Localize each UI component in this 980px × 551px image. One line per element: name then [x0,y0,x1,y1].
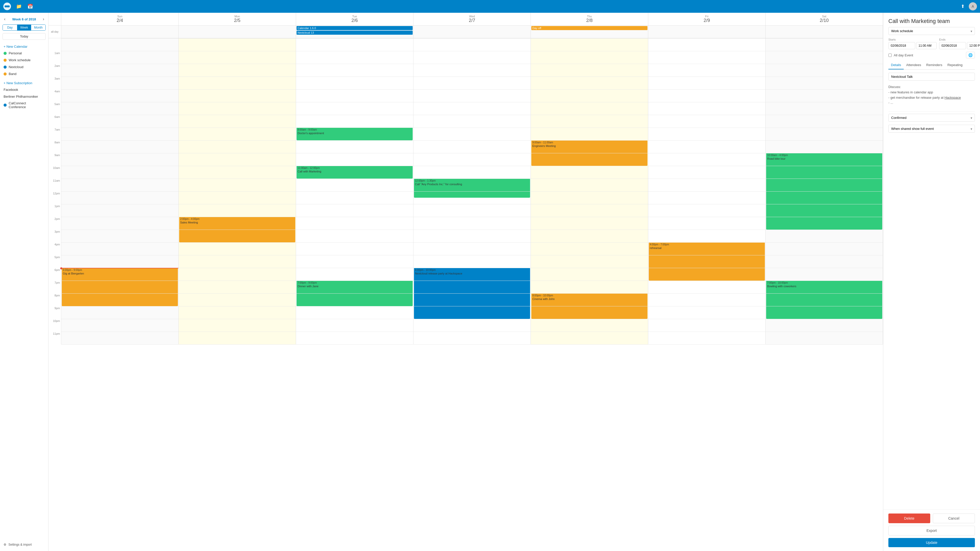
user-avatar[interactable]: A [969,2,977,11]
hour-line [414,255,531,256]
calendar-nav-icon[interactable]: 📅 [27,3,34,10]
nextcloud-share-icon[interactable]: ↑ [38,65,40,69]
export-button[interactable]: Export [888,526,975,535]
band-more-icon[interactable]: ··· [41,72,45,76]
personal-more-icon[interactable]: ··· [41,51,45,56]
work-dot [3,59,6,62]
time-label-3am: 3am [48,76,61,89]
hour-line [61,76,178,77]
settings-label: Settings & import [8,543,32,546]
berliner-more-icon[interactable]: ··· [41,94,45,99]
tab-reminders[interactable]: Reminders [924,61,945,69]
new-calendar-button[interactable]: + New Calendar [0,43,48,50]
hour-line [61,140,178,141]
personal-dot [3,52,6,55]
personal-label: Personal [9,51,33,55]
event-rehearsal[interactable]: 4:00pm - 7:00pm rehearsal [649,242,765,281]
week-view-button[interactable]: Week [17,25,32,30]
sidebar-item-band[interactable]: Band ↑ ··· [0,70,48,77]
header-day-thu-num: 2/8 [532,18,647,23]
start-date-input[interactable] [888,42,915,49]
facebook-more-icon[interactable]: ··· [41,87,45,92]
sidebar-item-nextcloud[interactable]: Nextcloud ↑ ··· [0,64,48,70]
band-share-icon[interactable]: ↑ [38,72,40,76]
week-label[interactable]: Week 6 of 2018 [12,17,36,21]
hour-line [765,102,883,102]
time-label-6am: 6am [48,115,61,127]
hour-line [765,191,883,192]
calconnect-more-icon[interactable]: ··· [41,103,45,107]
month-view-button[interactable]: Month [31,25,45,30]
day-col-tue: 8:00am - 9:00am Doctor's appointment 11:… [296,38,414,345]
new-subscription-button[interactable]: + New Subscription [0,80,48,86]
hour-line [179,293,296,294]
sidebar-item-berliner[interactable]: Berliner Philharmoniker ··· [0,93,48,100]
visibility-select[interactable]: When shared show full event When shared … [888,125,975,133]
time-label-4am: 4am [48,89,61,102]
allday-event-calendar160[interactable]: Calendar 1.6.0 [297,26,413,30]
hour-line [296,293,413,294]
cancel-button[interactable]: Cancel [933,513,975,523]
description-title-input[interactable] [888,73,975,81]
today-button[interactable]: Today [3,33,46,40]
tab-attendees[interactable]: Attendees [904,61,924,69]
work-share-icon[interactable]: ↑ [38,58,40,62]
hour-line [296,166,413,166]
delete-button[interactable]: Delete [888,513,930,523]
event-doctors-appointment[interactable]: 8:00am - 9:00am Doctor's appointment [297,127,413,140]
settings-gear-icon: ⚙ [3,543,6,546]
work-more-icon[interactable]: ··· [41,58,45,62]
nextcloud-more-icon[interactable]: ··· [41,65,45,69]
event-bowling[interactable]: 7:00pm - 10:00pm Bowling with coworkers [766,281,882,319]
globe-button[interactable]: 🌐 [966,52,975,59]
update-button[interactable]: Update [888,538,975,547]
hour-line [765,115,883,115]
sidebar-item-facebook[interactable]: Facebook ··· [0,86,48,93]
hour-line [414,281,531,281]
current-time-dot [60,267,62,269]
header-day-sun-num: 2/4 [62,18,177,23]
hour-line [179,76,296,77]
event-call-marketing[interactable]: 11:00am - 12:00pm Call with Marketing [297,166,413,179]
end-time-input[interactable] [967,42,980,49]
hour-line [414,166,531,166]
hour-line [296,153,413,153]
nextcloud-logo[interactable] [3,2,11,11]
next-week-button[interactable]: › [41,16,46,22]
hour-line [296,332,413,332]
sidebar-item-work-schedule[interactable]: Work schedule ↑ ··· [0,57,48,64]
day-col-sun-inner: 6:00pm - 9:00pm Gig at Biergarten [61,38,178,345]
status-select[interactable]: Confirmed Tentative Cancelled [888,114,975,122]
hour-line [648,281,765,281]
hour-line [765,51,883,51]
tab-details[interactable]: Details [888,61,904,69]
event-gig-biergarten[interactable]: 6:00pm - 9:00pm Gig at Biergarten [62,268,178,306]
hour-line [179,306,296,306]
end-date-input[interactable] [939,42,966,49]
start-date-row [888,42,937,49]
event-any-products-time: 12:00pm - 1:30pm [415,179,529,183]
personal-link-icon[interactable]: 🔗 [35,51,40,56]
sidebar-item-personal[interactable]: Personal 🔗 ··· [0,50,48,57]
calendar-select[interactable]: Work schedule Personal Nextcloud Band [888,27,975,35]
upload-icon[interactable]: ⬆ [959,3,966,10]
day-col-fri-inner: 4:00pm - 7:00pm rehearsal [648,38,765,345]
sidebar-item-calconnect[interactable]: CalConnect Conference ··· [0,100,48,110]
hour-line [179,255,296,256]
allday-checkbox[interactable] [888,54,892,57]
hour-line [648,115,765,115]
settings-footer[interactable]: ⚙ Settings & import [0,541,48,548]
hour-line [531,242,648,243]
files-nav-icon[interactable]: 📁 [15,3,22,10]
band-dot [3,73,6,76]
hour-line [61,127,178,128]
tab-repeating[interactable]: Repeating [945,61,965,69]
event-any-products[interactable]: 12:00pm - 1:30pm Call "Any Products Inc.… [414,179,530,198]
event-cinema-time: 8:00pm - 10:00pm [532,294,646,297]
allday-event-dayoff[interactable]: Day off [531,26,648,30]
start-time-input[interactable] [916,42,937,49]
day-view-button[interactable]: Day [3,25,17,30]
panel-divider-1 [888,111,975,112]
prev-week-button[interactable]: ‹ [3,16,7,22]
allday-event-nextcloud13[interactable]: Nextcloud 13 [297,30,413,35]
